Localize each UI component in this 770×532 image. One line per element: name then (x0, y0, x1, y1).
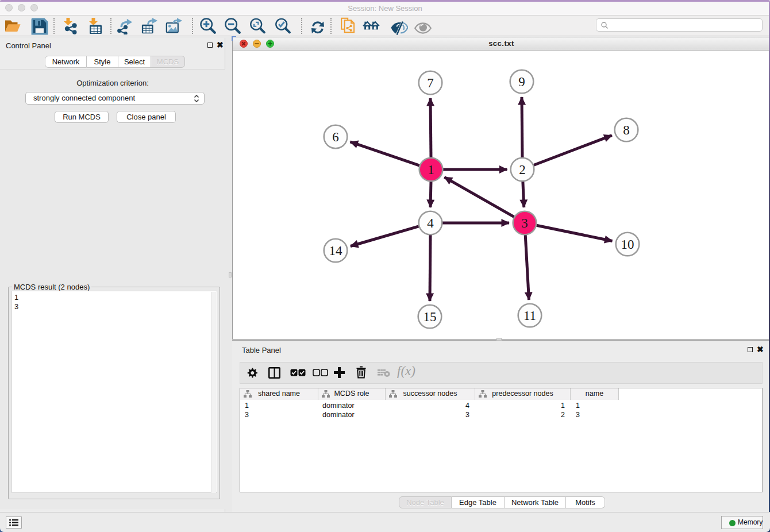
svg-text:4: 4 (427, 216, 434, 230)
svg-text:15: 15 (424, 310, 437, 324)
svg-text:2: 2 (519, 163, 526, 177)
svg-text:9: 9 (518, 75, 525, 89)
svg-text:3: 3 (521, 216, 528, 230)
svg-text:7: 7 (427, 76, 434, 90)
svg-text:10: 10 (621, 237, 634, 252)
svg-text:1: 1 (428, 163, 434, 177)
svg-text:6: 6 (332, 130, 339, 144)
svg-text:8: 8 (623, 123, 630, 137)
svg-text:11: 11 (523, 309, 536, 323)
svg-text:14: 14 (329, 244, 343, 258)
